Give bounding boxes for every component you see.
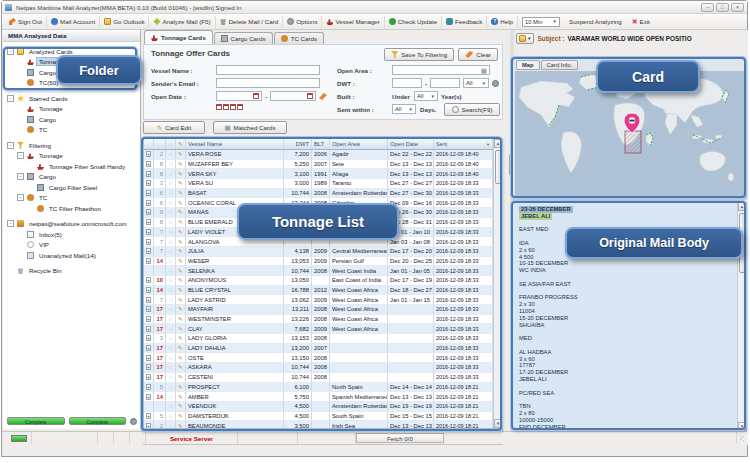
- tree-expander-icon[interactable]: -: [17, 152, 24, 159]
- star-icon[interactable]: ☆: [166, 218, 176, 227]
- maximize-button[interactable]: □: [716, 3, 729, 12]
- table-row[interactable]: +17☆✎ASKARA10,74420082016-12-09 18:33: [144, 363, 493, 373]
- edit-icon[interactable]: ✎: [176, 363, 186, 372]
- table-header[interactable]: ☆ ✎ Vessel Name DWT BLT Open Area Open D…: [144, 139, 493, 150]
- row-expand-icon[interactable]: +: [146, 287, 151, 293]
- edit-icon[interactable]: ✎: [176, 198, 186, 207]
- star-icon[interactable]: ☆: [166, 383, 176, 392]
- sidebar-item-cargo[interactable]: -Cargo: [3, 172, 140, 183]
- row-expand-icon[interactable]: +: [146, 423, 151, 428]
- fetch-status[interactable]: Fetch 0/0: [356, 433, 444, 443]
- suspend-analyzing-button[interactable]: Suspend Analyzing: [564, 18, 627, 25]
- table-row[interactable]: +17☆✎LADY DAHLIA13,20020072016-12-09 18:…: [144, 344, 493, 354]
- tree-expander-icon[interactable]: -: [7, 95, 14, 102]
- mail-folder-button[interactable]: ▼: [516, 33, 534, 44]
- sidebar-item-recycle-bin[interactable]: Recycle Bin: [3, 266, 140, 277]
- star-icon[interactable]: ☆: [166, 198, 176, 207]
- row-expand-icon[interactable]: +: [146, 239, 151, 245]
- edit-icon[interactable]: ✎: [176, 344, 186, 353]
- row-expand-icon[interactable]: +: [146, 180, 151, 186]
- toolbar-button-feedback[interactable]: Feedback: [442, 16, 487, 28]
- close-button[interactable]: ×: [731, 3, 744, 12]
- edit-icon[interactable]: ✎: [176, 218, 186, 227]
- edit-icon[interactable]: ✎: [176, 421, 186, 428]
- star-icon[interactable]: ☆: [166, 295, 176, 304]
- table-scrollbar[interactable]: ▲ ▼: [493, 139, 502, 428]
- edit-icon[interactable]: ✎: [176, 247, 186, 256]
- progress-settings-icon[interactable]: [130, 418, 137, 425]
- tab-tonnage-cards[interactable]: Tonnage Cards: [144, 30, 213, 44]
- table-row[interactable]: ☆✎SELENKA10,7442008West Coast IndiaJan 0…: [144, 266, 493, 276]
- edit-icon[interactable]: ✎: [176, 150, 186, 159]
- edit-icon[interactable]: ✎: [176, 383, 186, 392]
- edit-icon[interactable]: ✎: [176, 179, 186, 188]
- star-icon[interactable]: ☆: [166, 276, 176, 285]
- star-icon[interactable]: ☆: [166, 189, 176, 198]
- table-row[interactable]: +2☆✎VERA ROSE7,2002006AgadirDec 22 - Dec…: [144, 150, 493, 160]
- row-expand-icon[interactable]: +: [146, 355, 151, 361]
- date-clear-icon[interactable]: [319, 93, 327, 100]
- star-icon[interactable]: ☆: [166, 266, 176, 275]
- dwt-settings-icon[interactable]: [492, 80, 499, 87]
- edit-icon[interactable]: ✎: [176, 305, 186, 314]
- toolbar-button-sign-out[interactable]: Sign Out: [5, 16, 47, 28]
- tab-card-info[interactable]: Card Info.: [541, 60, 578, 70]
- table-row[interactable]: +7☆✎LADY ASTRID13,0622009West Coast Afri…: [144, 295, 493, 305]
- table-row[interactable]: +10☆✎ANONYMOUS13,050East Coast of IndiaD…: [144, 276, 493, 286]
- star-icon[interactable]: ☆: [166, 392, 176, 401]
- star-icon[interactable]: ☆: [166, 334, 176, 343]
- edit-icon[interactable]: ✎: [176, 160, 186, 169]
- star-icon[interactable]: ☆: [166, 402, 176, 411]
- table-row[interactable]: +5☆✎PROSPECT6,100North SpainDec 14 - Dec…: [144, 383, 493, 393]
- row-expand-icon[interactable]: +: [146, 364, 151, 370]
- table-row[interactable]: +14☆✎WESER13,0532009Persian GulfDec 20 -…: [144, 257, 493, 267]
- table-row[interactable]: +17☆✎MAYFAIR13,2112008West Coast Africa2…: [144, 305, 493, 315]
- sidebar-item-starred-cards[interactable]: -Starred Cards: [3, 93, 140, 104]
- star-icon[interactable]: ☆: [166, 160, 176, 169]
- row-expand-icon[interactable]: +: [146, 151, 151, 157]
- row-expand-icon[interactable]: +: [146, 384, 151, 390]
- star-icon[interactable]: ☆: [166, 363, 176, 372]
- row-expand-icon[interactable]: +: [146, 316, 151, 322]
- edit-icon[interactable]: ✎: [176, 189, 186, 198]
- star-icon[interactable]: ☆: [166, 286, 176, 295]
- star-icon[interactable]: ☆: [166, 169, 176, 178]
- open-date-from-input[interactable]: [216, 91, 262, 101]
- table-row[interactable]: +3☆✎VERA SU3,0001989TarantoDec 27 - Dec …: [144, 179, 493, 189]
- edit-icon[interactable]: ✎: [176, 276, 186, 285]
- row-expand-icon[interactable]: +: [146, 161, 151, 167]
- row-expand-icon[interactable]: +: [146, 229, 151, 235]
- vessel-name-input[interactable]: [216, 65, 320, 75]
- edit-icon[interactable]: ✎: [176, 402, 186, 411]
- sidebar-item-cargo-filter-steel[interactable]: Cargo Filter Steel: [3, 182, 140, 193]
- edit-icon[interactable]: ✎: [176, 286, 186, 295]
- date-preset-1-button[interactable]: [216, 104, 222, 110]
- star-icon[interactable]: ☆: [166, 305, 176, 314]
- sidebar-item-inbox-5[interactable]: Inbox(5): [3, 229, 140, 240]
- toolbar-button-go-outlook[interactable]: Go Outlook: [100, 16, 149, 28]
- date-preset-2-button[interactable]: [223, 104, 229, 110]
- edit-icon[interactable]: ✎: [176, 315, 186, 324]
- search-button[interactable]: Search(F9): [444, 103, 500, 116]
- calendar-icon[interactable]: [253, 93, 259, 99]
- row-expand-icon[interactable]: +: [146, 219, 151, 225]
- resize-grip[interactable]: [740, 435, 744, 441]
- row-expand-icon[interactable]: +: [146, 258, 151, 264]
- edit-icon[interactable]: ✎: [176, 373, 186, 382]
- sent-within-select[interactable]: All▼: [392, 104, 416, 114]
- tree-expander-icon[interactable]: -: [7, 220, 14, 227]
- row-expand-icon[interactable]: +: [146, 394, 151, 400]
- table-row[interactable]: +2☆✎BEAUMONDE3,500Irish SeaDec 13 - Dec …: [144, 421, 493, 428]
- date-preset-3-button[interactable]: [230, 104, 236, 110]
- star-icon[interactable]: ☆: [166, 237, 176, 246]
- row-expand-icon[interactable]: +: [146, 374, 151, 380]
- star-icon[interactable]: ☆: [166, 353, 176, 362]
- minimize-button[interactable]: –: [701, 3, 714, 12]
- edit-icon[interactable]: ✎: [176, 237, 186, 246]
- open-date-to-input[interactable]: [270, 91, 316, 101]
- row-expand-icon[interactable]: +: [146, 190, 151, 196]
- sidebar-item-filtering[interactable]: -Filtering: [3, 140, 140, 151]
- star-icon[interactable]: ☆: [166, 150, 176, 159]
- sidebar-item-cargo[interactable]: Cargo: [3, 114, 140, 125]
- toolbar-button-delete-mail-card[interactable]: Delete Mail / Card: [216, 16, 284, 28]
